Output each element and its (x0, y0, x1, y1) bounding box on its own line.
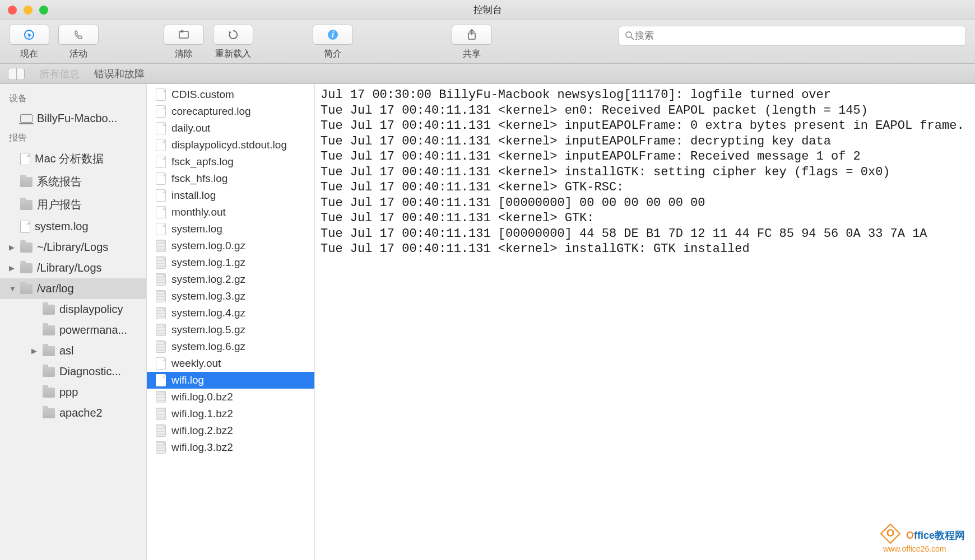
share-icon (466, 29, 477, 41)
file-item[interactable]: daily.out (147, 120, 314, 137)
file-item-label: corecaptured.log (171, 105, 251, 118)
file-item-label: weekly.out (171, 357, 221, 370)
file-item[interactable]: system.log.5.gz (147, 321, 314, 338)
sidebar-item[interactable]: powermana... (0, 320, 146, 340)
disclosure-triangle[interactable]: ▼ (9, 284, 16, 293)
archive-icon (156, 240, 166, 252)
sidebar-item[interactable]: ▶/Library/Logs (0, 258, 146, 278)
window-title: 控制台 (0, 3, 975, 16)
file-item[interactable]: CDIS.custom (147, 86, 314, 103)
activity-button[interactable] (58, 25, 99, 45)
info-button[interactable]: i (313, 25, 353, 45)
file-item[interactable]: wifi.log (147, 372, 314, 389)
file-item-label: wifi.log.0.bz2 (171, 391, 233, 403)
file-item[interactable]: weekly.out (147, 355, 314, 372)
file-item[interactable]: system.log.2.gz (147, 271, 314, 288)
file-item[interactable]: monthly.out (147, 204, 314, 221)
sidebar-toggle-button[interactable] (8, 68, 25, 80)
document-icon (156, 223, 166, 235)
file-item-label: wifi.log (171, 374, 204, 386)
sidebar-item-label: ~/Library/Logs (37, 241, 142, 254)
folder-icon (43, 346, 55, 356)
folder-icon (43, 367, 55, 377)
file-item-label: system.log.1.gz (171, 256, 245, 269)
reload-button[interactable] (213, 25, 253, 45)
document-icon (20, 221, 30, 233)
document-icon (156, 374, 166, 386)
file-item-label: system.log (171, 223, 222, 235)
sidebar-item[interactable]: apache2 (0, 403, 146, 423)
sidebar-item[interactable]: Mac 分析数据 (0, 147, 146, 170)
file-item[interactable]: system.log.3.gz (147, 288, 314, 305)
folder-icon (43, 325, 55, 335)
archive-icon (156, 256, 166, 269)
laptop-icon (20, 114, 32, 123)
file-item[interactable]: wifi.log.2.bz2 (147, 422, 314, 439)
filter-bar: 所有信息 错误和故障 (0, 64, 975, 84)
disclosure-triangle[interactable]: ▶ (9, 264, 16, 272)
sidebar-item[interactable]: ppp (0, 382, 146, 403)
sidebar-item[interactable]: Diagnostic... (0, 361, 146, 382)
search-field[interactable] (619, 26, 966, 46)
watermark-line1: ffice教程网 (914, 530, 965, 541)
disclosure-triangle[interactable]: ▶ (9, 243, 16, 251)
sidebar-item-label: apache2 (59, 407, 142, 419)
file-item-label: monthly.out (171, 206, 226, 218)
sidebar-device[interactable]: BillyFu-Macbo... (0, 108, 146, 129)
file-item[interactable]: system.log.1.gz (147, 254, 314, 271)
file-item[interactable]: system.log.6.gz (147, 338, 314, 355)
sidebar-item[interactable]: system.log (0, 216, 146, 237)
share-button[interactable] (452, 25, 492, 45)
sidebar-item-label: /Library/Logs (37, 262, 142, 274)
folder-icon (20, 200, 32, 210)
phone-icon (73, 29, 84, 40)
file-item-label: fsck_hfs.log (171, 172, 227, 185)
sidebar-item[interactable]: ▶~/Library/Logs (0, 237, 146, 258)
file-item-label: system.log.6.gz (171, 340, 245, 353)
filter-errors[interactable]: 错误和故障 (94, 67, 145, 81)
archive-icon (156, 290, 166, 302)
sidebar-item[interactable]: ▶asl (0, 340, 146, 361)
file-item[interactable]: displaypolicyd.stdout.log (147, 137, 314, 153)
file-item[interactable]: system.log.0.gz (147, 237, 314, 254)
sidebar-item[interactable]: 系统报告 (0, 170, 146, 193)
search-input[interactable] (635, 30, 960, 41)
file-item[interactable]: corecaptured.log (147, 103, 314, 120)
filter-all[interactable]: 所有信息 (39, 67, 80, 81)
svg-line-9 (631, 37, 634, 40)
sidebar-item[interactable]: 用户报告 (0, 193, 146, 216)
file-item-label: displaypolicyd.stdout.log (171, 139, 287, 151)
cursor-icon (24, 29, 35, 40)
sidebar-item[interactable]: displaypolicy (0, 299, 146, 320)
document-icon (156, 172, 166, 185)
file-item[interactable]: install.log (147, 187, 314, 204)
archive-icon (156, 424, 166, 437)
clear-button[interactable] (164, 25, 204, 45)
archive-icon (156, 391, 166, 403)
file-item[interactable]: system.log (147, 221, 314, 237)
now-button[interactable] (9, 25, 49, 45)
sidebar-item-label: 用户报告 (37, 197, 142, 212)
file-item[interactable]: wifi.log.3.bz2 (147, 439, 314, 456)
sidebar-reports-header: 报告 (0, 129, 146, 147)
document-icon (156, 357, 166, 370)
file-item[interactable]: wifi.log.0.bz2 (147, 389, 314, 405)
file-item-label: system.log.5.gz (171, 324, 245, 336)
file-item[interactable]: fsck_hfs.log (147, 170, 314, 187)
file-item[interactable]: wifi.log.1.bz2 (147, 405, 314, 422)
sidebar-item[interactable]: ▼/var/log (0, 278, 146, 299)
folder-icon (43, 305, 55, 315)
file-item[interactable]: system.log.4.gz (147, 305, 314, 321)
sidebar-item-label: ppp (59, 386, 142, 399)
archive-icon (156, 408, 166, 420)
activity-label: 活动 (69, 48, 87, 60)
search-icon (625, 31, 635, 41)
document-icon (156, 88, 166, 101)
disclosure-triangle[interactable]: ▶ (31, 347, 38, 355)
log-content[interactable]: Jul 17 00:30:00 BillyFu-Macbook newsyslo… (315, 84, 975, 560)
main-area: 设备 BillyFu-Macbo... 报告 Mac 分析数据系统报告用户报告s… (0, 84, 975, 560)
file-item[interactable]: fsck_apfs.log (147, 153, 314, 170)
archive-icon (156, 307, 166, 319)
document-icon (156, 139, 166, 151)
document-icon (156, 156, 166, 168)
